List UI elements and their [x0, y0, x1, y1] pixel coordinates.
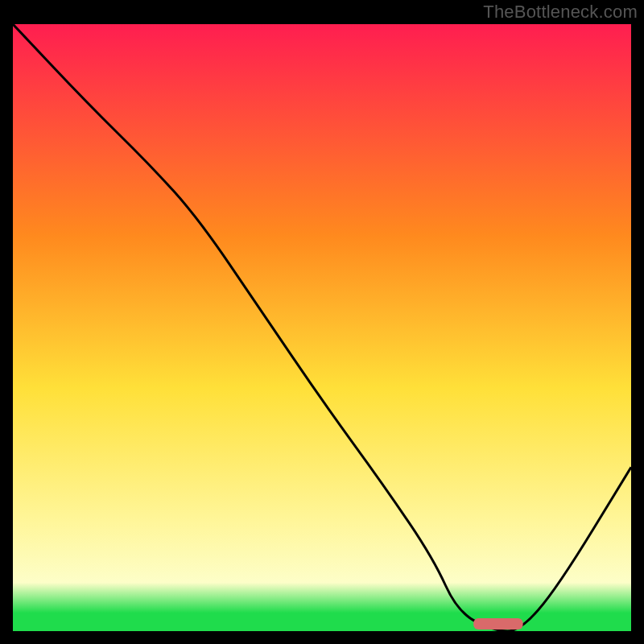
watermark-label: TheBottleneck.com: [483, 2, 638, 23]
chart-svg: [13, 24, 631, 631]
gradient-field: [13, 24, 631, 631]
optimal-marker: [473, 618, 522, 630]
plot-area: [13, 24, 631, 631]
chart-frame: TheBottleneck.com: [0, 0, 644, 644]
